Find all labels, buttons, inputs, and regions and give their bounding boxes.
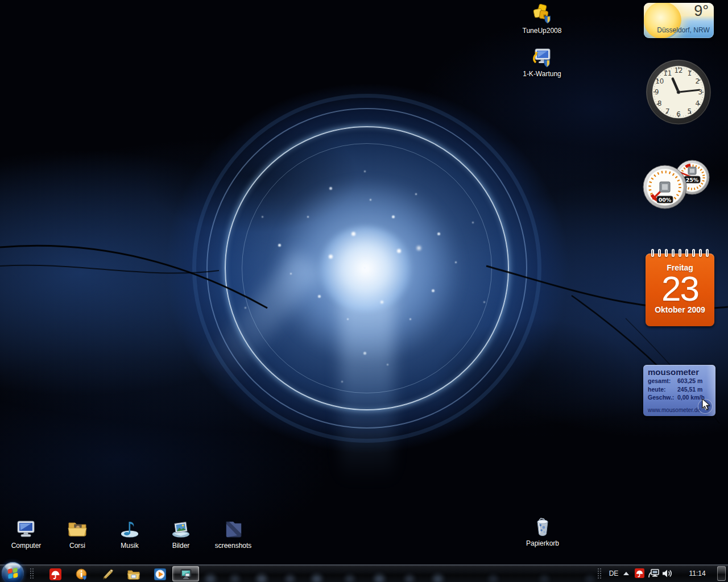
quicklaunch-avira-button[interactable] — [48, 567, 63, 581]
svg-text:10: 10 — [655, 77, 664, 85]
desktop-icon-label: Computer — [0, 542, 52, 550]
svg-text:2: 2 — [695, 77, 700, 85]
quicklaunch-show-desktop-button[interactable] — [100, 567, 115, 581]
desktop-icon-musik[interactable]: Musik — [104, 518, 156, 550]
calendar-month: Oktober 2009 — [646, 305, 714, 314]
desktop-icon-label: Papierkorb — [516, 539, 569, 547]
mousometer-row: heute: 245,51 m — [648, 385, 711, 394]
tray-handle[interactable] — [597, 568, 602, 580]
tray-expand-arrow-icon[interactable] — [623, 572, 629, 575]
quicklaunch-explorer-button[interactable] — [126, 567, 141, 581]
desktop-icon-computer[interactable]: Computer — [0, 518, 52, 550]
calendar-page: Freitag 23 Oktober 2009 — [646, 253, 714, 326]
tray-clock[interactable]: 11:14 — [681, 569, 713, 577]
svg-text:5: 5 — [687, 107, 692, 115]
desktop-icon-label: Bilder — [155, 542, 207, 550]
desktop-icon-corsi[interactable]: Corsi — [51, 518, 104, 550]
svg-text:4: 4 — [695, 99, 700, 107]
quicklaunch-media-button[interactable] — [152, 567, 167, 581]
taskbar-edge-button[interactable] — [717, 566, 726, 581]
mousometer-row: gesamt: 603,25 m — [648, 377, 711, 385]
tray-volume-icon[interactable] — [662, 569, 672, 580]
desktop-icon-screenshots[interactable]: screenshots — [207, 518, 259, 550]
show-desktop-pen-icon — [101, 568, 114, 580]
desktop-icon-tuneup2008[interactable]: TuneUp2008 — [516, 3, 568, 35]
desktop-icon-label: Musik — [104, 542, 156, 550]
avira-icon — [49, 568, 61, 580]
taskbar: DE 11:14 — [0, 564, 728, 582]
mousometer-title: mousometer — [648, 367, 711, 377]
svg-text:6: 6 — [676, 110, 681, 118]
mousometer-website: www.mousometer.de — [648, 407, 701, 413]
desktop-icon-bilder[interactable]: Bilder — [155, 518, 207, 550]
calendar-day: 23 — [646, 272, 714, 305]
weather-location: Düsseldorf, NRW — [654, 26, 713, 34]
desktop-icon-label: 1-K-Wartung — [516, 70, 568, 78]
tray-avira-icon[interactable] — [635, 568, 644, 580]
desktop-icon-1-k-wartung[interactable]: 1-K-Wartung — [516, 47, 568, 78]
quicklaunch-tuneup-button[interactable] — [74, 567, 89, 581]
svg-text:8: 8 — [657, 99, 662, 107]
media-play-icon — [154, 568, 166, 580]
weather-temperature: 9° — [694, 3, 709, 20]
svg-text:1: 1 — [687, 69, 692, 77]
cpu-gauge: 00% — [643, 165, 687, 209]
desktop: TuneUp2008 1-K-Wartung — [0, 0, 728, 582]
svg-text:12: 12 — [674, 66, 682, 74]
computer-icon — [15, 518, 37, 540]
analog-clock: 12 1 2 3 4 5 6 7 8 9 10 11 — [645, 59, 712, 126]
svg-text:9: 9 — [655, 88, 659, 96]
calendar-spiral-binding — [646, 249, 714, 257]
desktop-icon-label: Corsi — [51, 542, 104, 550]
start-button[interactable] — [2, 562, 24, 582]
weather-gadget[interactable]: 9° Düsseldorf, NRW — [644, 3, 714, 38]
tuneup-info-icon — [76, 568, 88, 580]
tray-language-indicator[interactable]: DE — [606, 569, 621, 577]
tray-network-icon[interactable] — [648, 569, 660, 580]
tuneup-icon — [531, 3, 553, 25]
windows-logo-icon — [7, 568, 18, 579]
wallpaper-strands — [0, 0, 728, 582]
svg-text:7: 7 — [665, 107, 670, 115]
desktop-icon-label: TuneUp2008 — [516, 27, 568, 35]
svg-text:11: 11 — [663, 69, 672, 77]
recycle-bin-icon — [532, 516, 553, 538]
desktop-icon-label: screenshots — [207, 542, 259, 550]
capture-app-icon — [180, 568, 192, 580]
mouse-cursor — [702, 398, 711, 413]
explorer-folder-icon — [127, 569, 140, 580]
calendar-gadget[interactable]: Freitag 23 Oktober 2009 — [646, 249, 714, 326]
clock-gadget[interactable]: 12 1 2 3 4 5 6 7 8 9 10 11 — [645, 59, 712, 126]
folder-icon — [222, 518, 244, 540]
desktop-icon-papierkorb[interactable]: Papierkorb — [516, 516, 569, 547]
cpu-meter-gadget[interactable]: 25% 00% — [643, 160, 711, 211]
pictures-icon — [170, 518, 192, 540]
svg-text:00%: 00% — [659, 197, 672, 203]
task-button-capture-window[interactable] — [172, 566, 199, 581]
quick-launch-handle[interactable] — [30, 568, 35, 580]
svg-text:25%: 25% — [686, 177, 699, 183]
user-folder-icon — [67, 518, 88, 540]
music-icon — [119, 518, 140, 540]
maintenance-icon — [531, 47, 553, 68]
